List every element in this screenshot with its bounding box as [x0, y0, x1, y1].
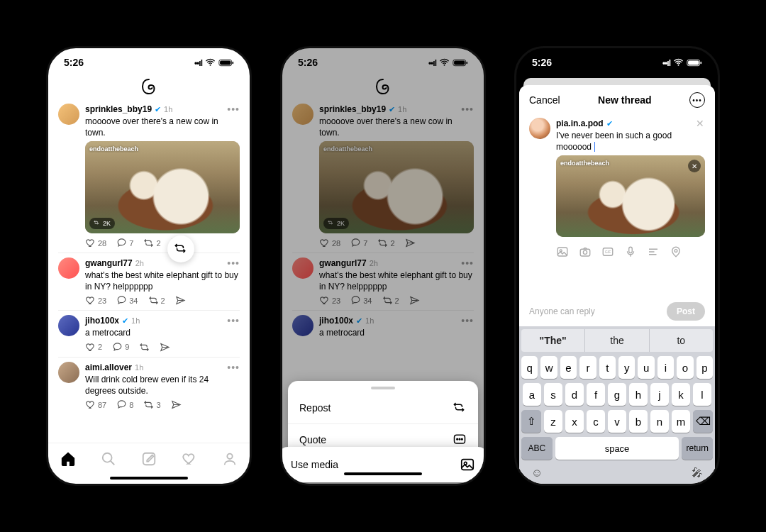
composer-username[interactable]: pia.in.a.pod: [556, 118, 604, 128]
key[interactable]: b: [629, 410, 648, 433]
key[interactable]: a: [523, 383, 541, 406]
attach-poll-icon[interactable]: [647, 245, 660, 258]
composer-avatar[interactable]: [529, 118, 550, 139]
attach-location-icon[interactable]: [670, 245, 682, 258]
reply-button[interactable]: 8: [116, 399, 133, 410]
username[interactable]: jiho100x: [85, 316, 119, 326]
home-indicator[interactable]: [344, 472, 422, 475]
like-button[interactable]: 87: [85, 399, 106, 410]
svg-rect-9: [232, 61, 233, 63]
timestamp: 1h: [131, 316, 140, 325]
username[interactable]: aimi.allover: [85, 362, 132, 372]
feed[interactable]: sprinkles_bby19 ✔ 1h ••• moooove over th…: [48, 99, 250, 443]
suggestion[interactable]: the: [584, 329, 648, 352]
nav-profile[interactable]: [222, 451, 238, 470]
reply-button[interactable]: 7: [116, 238, 133, 248]
post-button[interactable]: Post: [667, 302, 705, 321]
reply-scope[interactable]: Anyone can reply: [529, 306, 595, 316]
composer-text-input[interactable]: I've never been in such a good moooood: [556, 131, 705, 153]
post[interactable]: jiho100x ✔ 1h ••• a metrocard 2 9: [58, 311, 240, 358]
username[interactable]: sprinkles_bby19: [85, 104, 152, 114]
nav-activity[interactable]: [182, 451, 197, 470]
key[interactable]: g: [608, 383, 626, 406]
key[interactable]: h: [629, 383, 648, 406]
key[interactable]: z: [544, 410, 562, 433]
home-indicator[interactable]: [110, 477, 188, 480]
avatar[interactable]: [58, 104, 79, 125]
more-icon[interactable]: •••: [227, 315, 240, 326]
composer-media[interactable]: endoatthebeach ✕: [556, 155, 705, 237]
abc-key[interactable]: ABC: [521, 437, 553, 460]
key[interactable]: e: [560, 356, 577, 379]
repost-button[interactable]: [139, 342, 150, 353]
key[interactable]: k: [672, 383, 690, 406]
avatar[interactable]: [58, 362, 79, 383]
post-media[interactable]: endoatthebeach 2K: [85, 141, 240, 233]
more-icon[interactable]: •••: [227, 362, 240, 373]
key[interactable]: i: [657, 356, 674, 379]
app-logo-bar: [48, 77, 250, 99]
avatar[interactable]: [58, 257, 79, 279]
attach-image-icon[interactable]: [556, 245, 569, 258]
nav-home[interactable]: [60, 451, 76, 470]
post[interactable]: aimi.allover 1h ••• Will drink cold brew…: [58, 358, 240, 414]
key[interactable]: c: [587, 410, 605, 433]
more-icon[interactable]: •••: [227, 104, 240, 115]
key[interactable]: u: [638, 356, 654, 379]
key[interactable]: w: [540, 356, 557, 379]
post[interactable]: sprinkles_bby19 ✔ 1h ••• moooove over th…: [58, 99, 240, 253]
repost-floating-button[interactable]: [167, 235, 194, 262]
composer-menu-button[interactable]: •••: [689, 92, 705, 108]
nav-search[interactable]: [101, 451, 116, 470]
space-key[interactable]: space: [555, 437, 679, 460]
avatar[interactable]: [58, 315, 79, 336]
attach-camera-icon[interactable]: [579, 245, 592, 258]
key[interactable]: o: [677, 356, 693, 379]
share-button[interactable]: [171, 399, 182, 410]
key[interactable]: r: [579, 356, 596, 379]
attach-gif-icon[interactable]: GIF: [601, 245, 614, 258]
sheet-use-media[interactable]: Use media: [280, 447, 486, 482]
repost-button[interactable]: 3: [143, 399, 160, 410]
post[interactable]: gwangurl77 2h ••• what's the best white …: [58, 253, 240, 311]
like-button[interactable]: 28: [85, 238, 106, 248]
svg-rect-8: [220, 60, 231, 65]
key[interactable]: l: [693, 383, 711, 406]
key[interactable]: m: [672, 410, 690, 433]
sheet-repost[interactable]: Repost: [288, 392, 478, 423]
suggestion[interactable]: "The": [521, 329, 584, 352]
repost-button[interactable]: 2: [143, 238, 160, 248]
key[interactable]: f: [587, 383, 605, 406]
reply-button[interactable]: 9: [112, 342, 129, 353]
remove-icon[interactable]: ✕: [696, 118, 705, 129]
key[interactable]: x: [565, 410, 584, 433]
reply-button[interactable]: 34: [116, 295, 138, 306]
backspace-key[interactable]: ⌫: [693, 410, 713, 433]
username[interactable]: gwangurl77: [85, 258, 133, 268]
share-button[interactable]: [175, 295, 186, 306]
key[interactable]: q: [521, 356, 538, 379]
sheet-handle[interactable]: [371, 387, 395, 389]
suggestion[interactable]: to: [649, 329, 713, 352]
media-repost-badge: 2K: [89, 218, 115, 229]
key[interactable]: y: [618, 356, 635, 379]
return-key[interactable]: return: [682, 437, 713, 460]
key[interactable]: s: [544, 383, 562, 406]
shift-key[interactable]: ⇧: [521, 410, 541, 433]
key[interactable]: t: [599, 356, 616, 379]
like-button[interactable]: 2: [85, 342, 102, 353]
emoji-key[interactable]: ☺: [531, 467, 543, 480]
repost-button[interactable]: 2: [148, 295, 165, 306]
like-button[interactable]: 23: [85, 295, 106, 306]
key[interactable]: d: [565, 383, 584, 406]
key[interactable]: v: [608, 410, 626, 433]
dictation-key[interactable]: 🎤︎: [692, 467, 703, 480]
attach-mic-icon[interactable]: [624, 245, 637, 258]
key[interactable]: n: [650, 410, 669, 433]
share-button[interactable]: [160, 342, 170, 353]
more-icon[interactable]: •••: [227, 257, 240, 269]
nav-compose[interactable]: [141, 451, 157, 470]
key[interactable]: j: [650, 383, 669, 406]
key[interactable]: p: [696, 356, 713, 379]
cancel-button[interactable]: Cancel: [529, 94, 560, 106]
